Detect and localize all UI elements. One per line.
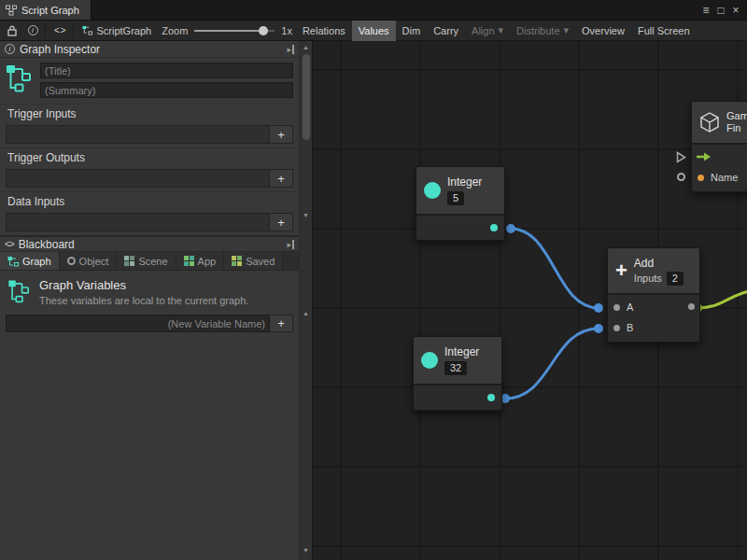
window-controls: ≡ □ × xyxy=(698,0,747,20)
flow-input-port[interactable] xyxy=(676,151,686,163)
title-summary-fields xyxy=(40,63,293,98)
name-port-label: Name xyxy=(711,172,738,183)
saved-icon xyxy=(232,256,242,266)
output-port[interactable] xyxy=(487,394,495,401)
node-header[interactable]: Integer 5 xyxy=(416,167,504,216)
tab-saved[interactable]: Saved xyxy=(224,252,283,270)
relations-button[interactable]: Relations xyxy=(296,21,352,41)
integer-value-field[interactable]: 5 xyxy=(447,191,464,205)
flow-arrow-icon[interactable] xyxy=(697,152,712,161)
dim-label: Dim xyxy=(402,25,421,36)
name-input-port[interactable] xyxy=(698,175,704,181)
zoom-slider[interactable] xyxy=(194,21,275,41)
edge-endpoint xyxy=(506,224,515,233)
overview-button[interactable]: Overview xyxy=(575,21,631,41)
graph-variables-title: Graph Variables xyxy=(39,278,248,292)
align-label: Align xyxy=(472,25,494,36)
lock-icon xyxy=(7,25,17,36)
inputs-label: Inputs xyxy=(634,273,662,284)
tab-object-label: Object xyxy=(79,256,109,267)
input-port-b[interactable] xyxy=(613,325,620,331)
script-graph-tab-icon xyxy=(6,5,17,16)
distribute-button[interactable]: Distribute ▾ xyxy=(510,21,575,41)
inputs-count-field[interactable]: 2 xyxy=(667,272,684,286)
inspect-button[interactable]: i xyxy=(22,21,43,41)
fullscreen-button[interactable]: Full Screen xyxy=(631,21,697,41)
add-data-input-button[interactable]: + xyxy=(269,213,293,231)
port-row-a: A xyxy=(608,297,699,317)
tab-script-graph[interactable]: Script Graph xyxy=(0,0,92,20)
add-variable-button[interactable]: + xyxy=(270,315,293,332)
zoom-slider-handle[interactable] xyxy=(259,26,268,35)
integer-value-field[interactable]: 32 xyxy=(444,361,467,375)
add-trigger-output-button[interactable]: + xyxy=(269,169,293,188)
add-trigger-input-button[interactable]: + xyxy=(269,125,293,144)
output-port[interactable] xyxy=(490,224,498,231)
cube-icon xyxy=(699,111,720,133)
tab-object[interactable]: Object xyxy=(60,252,118,270)
app-icon xyxy=(184,256,194,266)
graph-glyph-icon xyxy=(6,63,34,96)
node-ports xyxy=(416,216,504,240)
node-header[interactable]: Integer 32 xyxy=(414,337,501,385)
align-button[interactable]: Align ▾ xyxy=(465,21,510,41)
new-variable-input[interactable] xyxy=(6,315,270,332)
lock-button[interactable] xyxy=(2,21,22,41)
dim-button[interactable]: Dim xyxy=(396,21,428,41)
edge-integer5-to-add-a[interactable] xyxy=(511,229,599,308)
blackboard-tabs: Graph Object Scene xyxy=(0,252,299,271)
data-inputs-label: Data Inputs xyxy=(0,191,299,211)
graph-variables-info: Graph Variables These variables are loca… xyxy=(0,271,299,312)
tab-graph[interactable]: Graph xyxy=(0,252,60,270)
node-find-partial[interactable]: Gam Fin Name xyxy=(691,101,747,192)
graph-inspector-title: Graph Inspector xyxy=(20,43,100,56)
graph-summary-input[interactable] xyxy=(40,82,293,98)
edge-endpoint xyxy=(594,303,603,313)
scroll-down-icon[interactable]: ▼ xyxy=(300,212,312,218)
tab-app[interactable]: App xyxy=(176,252,225,270)
output-port[interactable] xyxy=(688,303,695,310)
window-menu-icon[interactable]: ≡ xyxy=(698,1,713,20)
input-port-a[interactable] xyxy=(613,304,620,311)
trigger-outputs-label: Trigger Outputs xyxy=(0,147,299,167)
node-add[interactable]: + Add Inputs 2 A xyxy=(607,247,700,343)
dock-panel-icon[interactable]: ▸ xyxy=(287,45,294,54)
node-integer-5[interactable]: Integer 5 xyxy=(416,166,505,241)
port-row-b: B xyxy=(608,317,699,338)
dock-panel-icon[interactable]: ▸ xyxy=(287,240,294,249)
edge-integer32-to-add-b[interactable] xyxy=(505,329,599,399)
unity-script-graph-window: Script Graph ≡ □ × i < > xyxy=(0,0,747,560)
data-input-port[interactable] xyxy=(677,173,685,181)
close-icon[interactable]: × xyxy=(728,1,743,20)
maximize-icon[interactable]: □ xyxy=(713,1,728,20)
scroll-up-icon[interactable]: ▲ xyxy=(300,44,312,50)
tab-scene[interactable]: Scene xyxy=(117,252,176,270)
node-header[interactable]: + Add Inputs 2 xyxy=(608,248,699,295)
graph-canvas[interactable]: Integer 5 Integer 32 xyxy=(313,41,747,560)
graph-title-input[interactable] xyxy=(40,63,293,78)
graph-variables-text: Graph Variables These variables are loca… xyxy=(39,278,248,306)
new-variable-row: + xyxy=(0,312,299,336)
scrollbar-thumb[interactable] xyxy=(303,54,310,140)
node-header[interactable]: Gam Fin xyxy=(692,102,747,145)
graph-icon xyxy=(82,25,92,35)
edge-endpoint xyxy=(594,324,603,333)
code-view-button[interactable]: < > xyxy=(48,21,71,41)
info-icon: i xyxy=(28,25,38,35)
scroll-up-icon[interactable]: ▲ xyxy=(300,310,312,316)
toolbar-separator xyxy=(73,23,74,38)
trigger-inputs-list: + xyxy=(6,125,293,144)
node-ports: Name xyxy=(692,145,747,191)
scroll-down-icon[interactable]: ▼ xyxy=(300,547,312,553)
object-icon xyxy=(67,257,76,265)
carry-button[interactable]: Carry xyxy=(427,21,465,41)
panel-scrollbar[interactable]: ▲ ▼ ▲ ▼ xyxy=(299,41,312,560)
script-graph-breadcrumb[interactable]: ScriptGraph xyxy=(76,21,158,41)
chevron-down-icon: ▾ xyxy=(499,24,504,36)
side-panel: i Graph Inspector ▸ T xyxy=(0,41,313,560)
port-b-label: B xyxy=(627,322,633,333)
node-integer-32[interactable]: Integer 32 xyxy=(413,336,502,411)
values-button[interactable]: Values xyxy=(352,21,396,41)
edge-add-output-offscreen[interactable] xyxy=(698,291,747,308)
node-title: Integer xyxy=(444,345,479,358)
